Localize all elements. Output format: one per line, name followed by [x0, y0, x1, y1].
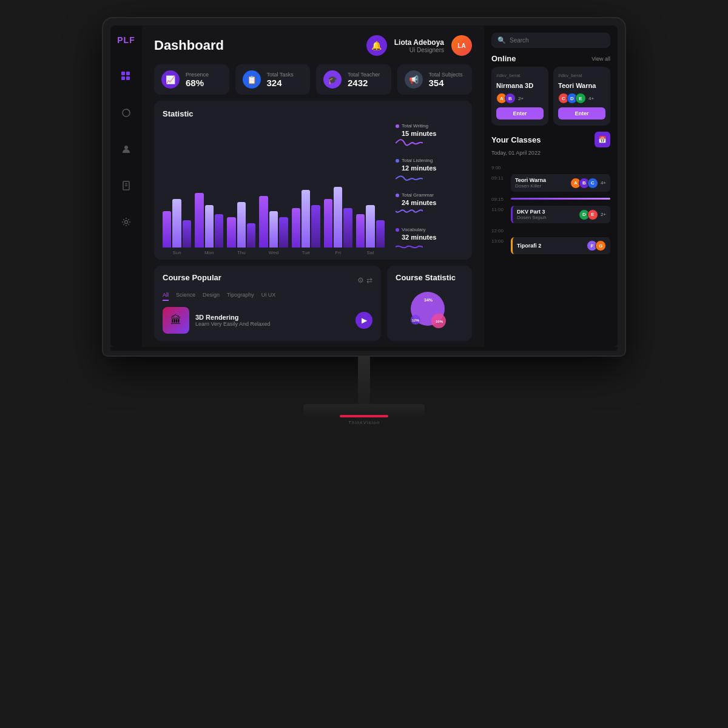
- svg-text:12%: 12%: [412, 318, 420, 322]
- legend-label-vocabulary: Vocabulary: [402, 227, 426, 232]
- swap-icon[interactable]: ⇄: [366, 276, 372, 285]
- bar: [366, 205, 374, 248]
- enter-button-0[interactable]: Enter: [496, 107, 544, 120]
- svg-rect-2: [121, 76, 125, 80]
- sidebar-item-grid[interactable]: [116, 67, 136, 86]
- stat-card-teacher: 🎓 Total Teacher 2432: [316, 64, 391, 95]
- tasks-value: 324: [267, 78, 294, 88]
- bar: [215, 214, 223, 248]
- monitor-shell: PLF: [103, 18, 625, 425]
- bar-group-sun: [163, 199, 191, 248]
- time-slot-1300: 13:00 Tiporafi 2 F G: [491, 235, 610, 256]
- classes-title: Your Classes: [491, 135, 541, 144]
- chart-area: Sun Mon Thu Wed Tue Fri Sat: [163, 123, 385, 255]
- calendar-button[interactable]: 📅: [595, 132, 610, 147]
- bar: [259, 196, 268, 248]
- bar: [183, 220, 191, 248]
- bar: [205, 205, 214, 248]
- tab-science[interactable]: Science: [176, 292, 195, 301]
- donut-chart-area: 34% 10% 12%: [396, 287, 463, 334]
- tab-all[interactable]: All: [163, 292, 169, 301]
- svg-rect-0: [121, 72, 125, 75]
- mini-avatar: C: [587, 178, 598, 189]
- time-slot-1200: 12:00: [491, 225, 610, 235]
- legend-listening: Total Listening 12 minutes: [396, 158, 463, 186]
- stats-row: 📈 Presence 68% 📋 Total Tasks 324: [142, 61, 484, 101]
- right-panel: 🔍 Online View all #dkv_berat Nirmana 3D: [484, 25, 618, 347]
- card-tag-0: #dkv_berat: [496, 73, 544, 78]
- user-info: Liota Adeboya Ui Designers: [394, 38, 444, 53]
- legend-label-listening: Total Listening: [402, 158, 433, 163]
- avatars-row-nirmana: A B 2+: [496, 93, 544, 104]
- chart-label-tue: Tue: [292, 250, 320, 255]
- avatars-row-teori: C D E 4+: [558, 93, 605, 104]
- bars-container: [163, 123, 385, 250]
- teacher-label: Total Teacher: [348, 72, 380, 78]
- class-name-teori: Teori Warna: [515, 177, 546, 183]
- notification-button[interactable]: 🔔: [366, 35, 387, 56]
- timeline: 9:00 09:11 Teori Warna Dosen Killer: [491, 162, 610, 340]
- class-card-info: DKV Part 3 Dosen Sepuh: [517, 209, 546, 220]
- bar-group-fri: [324, 187, 352, 248]
- sidebar-item-person[interactable]: [116, 140, 136, 159]
- legend-area: Total Writing 15 minutes: [391, 123, 463, 255]
- sidebar-item-settings[interactable]: [116, 212, 136, 232]
- legend-dot-listening: [396, 159, 399, 163]
- tab-tipography[interactable]: Tipography: [227, 292, 254, 301]
- class-card-tiporafi: Tiporafi 2 F G: [511, 237, 610, 254]
- enter-button-1[interactable]: Enter: [558, 107, 605, 120]
- class-avatars-tiporafi: F G: [587, 240, 606, 251]
- bar: [311, 205, 320, 248]
- tab-design[interactable]: Design: [203, 292, 220, 301]
- time-label: 11:00: [491, 207, 507, 212]
- course-action-button[interactable]: ▶: [356, 312, 372, 329]
- avatar-count-dkv: 2+: [601, 212, 606, 217]
- online-cards-container: #dkv_berat Nirmana 3D A B 2+ Enter: [491, 67, 610, 126]
- course-popular-card: Course Popular ⚙ ⇄ All Science Design Ti…: [154, 266, 381, 341]
- legend-value-listening: 12 minutes: [396, 164, 463, 172]
- course-thumbnail: 🏛: [163, 307, 189, 334]
- sidebar-item-bookmark[interactable]: [116, 176, 136, 195]
- time-slot-900: 9:00: [491, 162, 610, 172]
- chart-label-sat: Sat: [356, 250, 385, 255]
- card-title-nirmana: Nirmana 3D: [496, 82, 544, 89]
- wave-writing-icon: [396, 137, 423, 149]
- svg-rect-3: [126, 76, 130, 80]
- presence-value: 68%: [186, 78, 209, 88]
- bar: [324, 199, 332, 248]
- stat-card-presence: 📈 Presence 68%: [154, 64, 229, 95]
- bar: [163, 211, 171, 248]
- svg-text:10%: 10%: [436, 320, 443, 323]
- svg-point-5: [124, 146, 128, 149]
- teacher-info: Total Teacher 2432: [348, 72, 380, 88]
- subjects-label: Total Subjects: [429, 72, 463, 78]
- bar: [376, 220, 385, 248]
- user-role: Ui Designers: [394, 47, 444, 53]
- chart-label-wed: Wed: [259, 250, 288, 255]
- monitor-bottom-bar: [110, 347, 618, 351]
- statistic-card: Statistic: [154, 101, 472, 260]
- sidebar-item-chart[interactable]: [116, 103, 136, 123]
- class-card-teori: Teori Warna Dosen Killer A B C 4+: [511, 174, 610, 192]
- search-input[interactable]: [510, 37, 604, 44]
- tab-uiux[interactable]: Ui UX: [261, 292, 276, 301]
- subjects-value: 354: [429, 78, 463, 88]
- stat-card-tasks: 📋 Total Tasks 324: [235, 64, 311, 95]
- bar-group-tue: [292, 190, 320, 248]
- online-section-header: Online View all: [491, 54, 610, 63]
- class-avatars: A B C 4+: [570, 178, 606, 189]
- legend-dot-writing: [396, 124, 399, 128]
- subjects-icon: 📢: [405, 70, 423, 89]
- bottom-row: Course Popular ⚙ ⇄ All Science Design Ti…: [142, 266, 484, 347]
- settings-icon[interactable]: ⚙: [357, 276, 364, 285]
- wave-listening-icon: [396, 172, 423, 184]
- teacher-value: 2432: [348, 78, 380, 88]
- class-name-dkv: DKV Part 3: [517, 209, 546, 215]
- mini-avatar: G: [595, 240, 606, 251]
- user-name: Liota Adeboya: [394, 38, 444, 47]
- main-content: Dashboard 🔔 Liota Adeboya Ui Designers L…: [142, 25, 484, 347]
- legend-value-grammar: 24 minutes: [396, 199, 463, 206]
- view-all-button[interactable]: View all: [592, 56, 610, 62]
- course-statistic-title: Course Statistic: [396, 273, 463, 282]
- statistic-title: Statistic: [163, 109, 463, 118]
